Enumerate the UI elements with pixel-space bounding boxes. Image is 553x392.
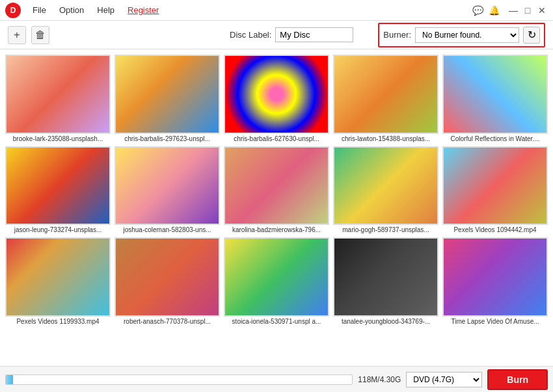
bottom-bar: 118M/4.30G DVD (4.7G) DVD-DL (8.5G) BD (…: [0, 366, 553, 392]
item-label: joshua-coleman-582803-uns...: [115, 226, 220, 233]
delete-button[interactable]: 🗑: [31, 26, 49, 44]
item-label: tanalee-youngblood-343769-...: [333, 318, 438, 325]
thumbnail-7: [225, 148, 328, 224]
grid-item[interactable]: chris-barbalis-297623-unspl...: [115, 55, 220, 142]
grid-item[interactable]: Pexels Videos 1094442.mp4: [442, 146, 548, 234]
grid-item[interactable]: tanalee-youngblood-343769-...: [333, 237, 438, 325]
item-label: mario-gogh-589737-unsplas...: [333, 226, 438, 233]
thumbnail-8: [334, 148, 437, 224]
thumbnail-2: [225, 56, 328, 133]
item-label: karolina-badzmierowska-796...: [224, 226, 329, 233]
disc-label-text: Disc Label:: [230, 30, 271, 40]
chat-icon[interactable]: 💬: [472, 5, 483, 16]
grid-item[interactable]: Time Lapse Video Of Amuse...: [442, 237, 548, 325]
thumbnail-3: [334, 56, 437, 133]
thumbnail-14: [444, 239, 546, 315]
thumbnail-wrapper: [442, 146, 548, 226]
grid-item[interactable]: robert-anasch-770378-unspl...: [115, 237, 220, 325]
thumbnail-wrapper: [5, 146, 111, 226]
disc-type-select[interactable]: DVD (4.7G) DVD-DL (8.5G) BD (25G): [406, 372, 482, 387]
item-label: Time Lapse Video Of Amuse...: [442, 318, 548, 325]
item-label: chris-barbalis-627630-unspl...: [224, 135, 329, 142]
grid-container: brooke-lark-235088-unsplash...chris-barb…: [5, 55, 548, 325]
disc-label-section: Disc Label:: [230, 27, 353, 42]
close-button[interactable]: ✕: [536, 5, 548, 16]
progress-bar-fill: [6, 375, 13, 384]
thumbnail-5: [7, 148, 109, 224]
thumbnail-wrapper: [224, 237, 329, 317]
grid-area[interactable]: brooke-lark-235088-unsplash...chris-barb…: [0, 49, 553, 366]
thumbnail-wrapper: [115, 146, 220, 226]
progress-bar: [5, 374, 353, 385]
thumbnail-wrapper: [224, 146, 329, 226]
item-label: brooke-lark-235088-unsplash...: [5, 135, 111, 142]
thumbnail-10: [7, 239, 109, 315]
window-controls: 💬 🔔 — □ ✕: [472, 5, 548, 16]
app-logo: D: [5, 3, 21, 18]
item-label: Pexels Videos 1094442.mp4: [442, 226, 548, 233]
thumbnail-wrapper: [333, 55, 438, 134]
burn-button[interactable]: Burn: [487, 369, 548, 390]
grid-item[interactable]: joshua-coleman-582803-uns...: [115, 146, 220, 234]
grid-item[interactable]: chris-barbalis-627630-unspl...: [224, 55, 329, 142]
item-label: chris-barbalis-297623-unspl...: [115, 135, 220, 142]
burner-select[interactable]: No Burner found.: [415, 27, 519, 43]
grid-item[interactable]: chris-lawton-154388-unsplas...: [333, 55, 438, 142]
maximize-button[interactable]: □: [522, 5, 533, 16]
main-content: brooke-lark-235088-unsplash...chris-barb…: [0, 49, 553, 366]
refresh-button[interactable]: ↻: [523, 27, 540, 44]
thumbnail-wrapper: [333, 237, 438, 317]
item-label: stoica-ionela-530971-unspl a...: [224, 318, 329, 325]
thumbnail-wrapper: [442, 55, 548, 134]
item-label: Pexels Videos 1199933.mp4: [5, 318, 111, 325]
storage-info: 118M/4.30G: [358, 375, 401, 384]
title-bar: D File Option Help Register 💬 🔔 — □ ✕: [0, 0, 553, 21]
item-label: chris-lawton-154388-unsplas...: [333, 135, 438, 142]
thumbnail-wrapper: [115, 237, 220, 317]
thumbnail-wrapper: [333, 146, 438, 226]
item-label: jason-leung-733274-unsplas...: [5, 226, 111, 233]
thumbnail-13: [334, 239, 437, 315]
thumbnail-6: [116, 148, 219, 224]
disc-label-input[interactable]: [275, 27, 353, 42]
thumbnail-12: [225, 239, 328, 315]
grid-item[interactable]: stoica-ionela-530971-unspl a...: [224, 237, 329, 325]
add-button[interactable]: +: [8, 26, 26, 44]
grid-item[interactable]: Colorful Reflections in Water....: [442, 55, 548, 142]
toolbar: + 🗑 Disc Label: Burner: No Burner found.…: [0, 21, 553, 49]
thumbnail-wrapper: [224, 55, 329, 134]
thumbnail-4: [444, 56, 546, 133]
item-label: robert-anasch-770378-unspl...: [115, 318, 220, 325]
grid-item[interactable]: jason-leung-733274-unsplas...: [5, 146, 111, 234]
menu-file[interactable]: File: [26, 3, 53, 18]
menu-help[interactable]: Help: [90, 3, 121, 18]
grid-item[interactable]: karolina-badzmierowska-796...: [224, 146, 329, 234]
thumbnail-0: [7, 56, 109, 133]
item-label: Colorful Reflections in Water....: [442, 135, 548, 142]
grid-item[interactable]: brooke-lark-235088-unsplash...: [5, 55, 111, 142]
menu-register[interactable]: Register: [121, 3, 165, 18]
minimize-button[interactable]: —: [507, 5, 519, 16]
grid-item[interactable]: Pexels Videos 1199933.mp4: [5, 237, 111, 325]
thumbnail-wrapper: [5, 237, 111, 317]
thumbnail-1: [116, 56, 219, 133]
thumbnail-wrapper: [115, 55, 220, 134]
bell-icon[interactable]: 🔔: [489, 5, 500, 16]
thumbnail-wrapper: [442, 237, 548, 317]
grid-item[interactable]: mario-gogh-589737-unsplas...: [333, 146, 438, 234]
menu-option[interactable]: Option: [53, 3, 90, 18]
thumbnail-11: [116, 239, 219, 315]
thumbnail-wrapper: [5, 55, 111, 134]
burner-label: Burner:: [383, 30, 411, 40]
menu-bar: File Option Help Register: [26, 3, 472, 18]
burner-section: Burner: No Burner found. ↻: [378, 23, 545, 47]
thumbnail-9: [444, 148, 546, 224]
